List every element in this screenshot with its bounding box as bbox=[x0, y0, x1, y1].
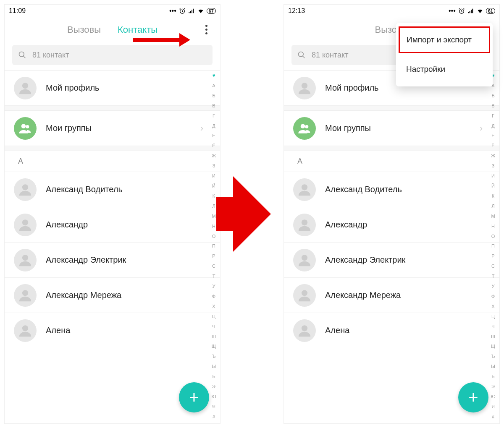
list-item[interactable]: Александ Водитель bbox=[284, 172, 499, 207]
index-letter[interactable]: Щ bbox=[491, 344, 495, 349]
alphabet-index[interactable]: ♥ АБВГДЕЁЖЗИЙКЛМНОПРСТУФХЦЧШЩЪЫЬЭЮЯ# bbox=[210, 73, 218, 419]
index-letter[interactable]: Л bbox=[491, 204, 494, 209]
heart-icon[interactable]: ♥ bbox=[212, 73, 215, 78]
list-item-profile[interactable]: Мой профиль bbox=[5, 70, 220, 106]
index-letter[interactable]: Ш bbox=[212, 334, 216, 339]
index-letter[interactable]: А bbox=[212, 84, 215, 88]
index-letter[interactable]: Х bbox=[491, 304, 494, 309]
index-letter[interactable]: Г bbox=[213, 114, 215, 118]
index-letter[interactable]: Р bbox=[491, 254, 494, 258]
index-letter[interactable]: У bbox=[492, 284, 495, 289]
list-item[interactable]: Александр Мережа bbox=[284, 278, 499, 313]
menu-item-import-export[interactable]: Импорт и экспорт bbox=[399, 26, 490, 53]
index-letter[interactable]: Щ bbox=[212, 344, 216, 349]
index-letter[interactable]: Й bbox=[212, 184, 215, 188]
index-letter[interactable]: И bbox=[491, 174, 495, 178]
search-input[interactable]: 81 контакт bbox=[12, 45, 213, 65]
list-item[interactable]: Александр Электрик bbox=[5, 243, 220, 278]
index-letter[interactable]: О bbox=[212, 234, 216, 239]
index-letter[interactable]: П bbox=[491, 244, 495, 248]
index-letter[interactable]: Ф bbox=[212, 294, 215, 299]
list-item[interactable]: Алена bbox=[284, 313, 499, 348]
alphabet-index[interactable]: ♥ АБВГДЕЁЖЗИЙКЛМНОПРСТУФХЦЧШЩЪЫЬЭЮЯ# bbox=[489, 73, 497, 419]
index-letter[interactable]: О bbox=[491, 234, 495, 239]
index-letter[interactable]: Х bbox=[212, 304, 215, 309]
index-letter[interactable]: Н bbox=[491, 224, 495, 229]
index-letter[interactable]: Ъ bbox=[491, 354, 495, 359]
index-letter[interactable]: В bbox=[491, 104, 494, 108]
index-letter[interactable]: Л bbox=[212, 204, 215, 209]
index-letter[interactable]: Г bbox=[492, 114, 494, 118]
index-letter[interactable]: Ч bbox=[491, 324, 494, 329]
index-letter[interactable]: Б bbox=[212, 94, 215, 98]
index-letter[interactable]: Д bbox=[212, 124, 215, 128]
contacts-list[interactable]: Мой профиль Мои группы › А Александ Води… bbox=[5, 70, 220, 423]
add-contact-fab[interactable]: + bbox=[458, 382, 488, 412]
index-letter[interactable]: Ж bbox=[491, 154, 495, 158]
avatar-icon bbox=[14, 214, 37, 236]
list-item-groups[interactable]: Мои группы › bbox=[5, 111, 220, 146]
index-letter[interactable]: Е bbox=[491, 133, 494, 138]
list-item[interactable]: Алена bbox=[5, 313, 220, 348]
index-letter[interactable]: З bbox=[492, 164, 495, 168]
list-item[interactable]: Александ Водитель bbox=[5, 172, 220, 207]
index-letter[interactable]: Э bbox=[212, 384, 215, 389]
index-letter[interactable]: У bbox=[213, 284, 215, 289]
index-letter[interactable]: В bbox=[212, 104, 215, 108]
more-options-button[interactable] bbox=[205, 25, 207, 34]
index-letter[interactable]: Р bbox=[212, 254, 215, 258]
index-letter[interactable]: Б bbox=[491, 94, 494, 98]
index-letter[interactable]: Я bbox=[491, 405, 495, 409]
tab-calls[interactable]: Вызовы bbox=[67, 24, 101, 35]
index-letter[interactable]: М bbox=[212, 214, 215, 219]
avatar-icon bbox=[14, 249, 37, 271]
index-letter[interactable]: Й bbox=[491, 184, 495, 188]
index-letter[interactable]: Ё bbox=[491, 144, 494, 148]
list-item[interactable]: Александр bbox=[284, 207, 499, 243]
index-letter[interactable]: С bbox=[212, 264, 215, 269]
index-letter[interactable]: Т bbox=[492, 274, 495, 279]
index-letter[interactable]: Н bbox=[212, 224, 215, 229]
index-letter[interactable]: Я bbox=[212, 405, 215, 409]
list-gap bbox=[5, 106, 220, 111]
index-letter[interactable]: Ц bbox=[212, 314, 215, 319]
index-letter[interactable]: К bbox=[213, 194, 215, 198]
contacts-list[interactable]: Мой профиль Мои группы › А Александ Води… bbox=[284, 70, 499, 423]
index-letter[interactable]: Ж bbox=[212, 154, 216, 158]
index-letter[interactable]: Ю bbox=[211, 394, 216, 399]
index-letter[interactable]: # bbox=[492, 415, 494, 419]
index-letter[interactable]: К bbox=[492, 194, 494, 198]
index-letter[interactable]: Ь bbox=[491, 374, 494, 379]
index-letter[interactable]: Ё bbox=[212, 144, 215, 148]
options-menu: Импорт и экспорт Настройки bbox=[396, 23, 493, 86]
index-letter[interactable]: Ш bbox=[491, 334, 495, 339]
index-letter[interactable]: М bbox=[491, 214, 495, 219]
index-letter[interactable]: Ы bbox=[491, 364, 495, 369]
index-letter[interactable]: Ь bbox=[212, 374, 215, 379]
index-letter[interactable]: С bbox=[491, 264, 495, 269]
list-item[interactable]: Александр Электрик bbox=[284, 243, 499, 278]
alarm-icon bbox=[179, 8, 186, 14]
index-letter[interactable]: # bbox=[213, 415, 215, 419]
phone-right: 12:13 ••• 61 Вызовы Импорт и экспорт Нас… bbox=[284, 4, 500, 424]
index-letter[interactable]: Ъ bbox=[212, 354, 216, 359]
index-letter[interactable]: Ц bbox=[491, 314, 495, 319]
index-letter[interactable]: Э bbox=[491, 384, 495, 389]
list-item[interactable]: Александр Мережа bbox=[5, 278, 220, 313]
index-letter[interactable]: И bbox=[212, 174, 215, 178]
index-letter[interactable]: Д bbox=[491, 124, 494, 128]
index-letter[interactable]: Ф bbox=[491, 294, 495, 299]
list-item[interactable]: Александр bbox=[5, 207, 220, 243]
svg-point-13 bbox=[301, 124, 305, 128]
add-contact-fab[interactable]: + bbox=[179, 382, 209, 412]
index-letter[interactable]: Е bbox=[212, 133, 215, 138]
index-letter[interactable]: Ю bbox=[491, 394, 495, 399]
index-letter[interactable]: Т bbox=[213, 274, 215, 279]
contact-name: Алена bbox=[325, 326, 349, 335]
index-letter[interactable]: Ы bbox=[212, 364, 216, 369]
index-letter[interactable]: П bbox=[212, 244, 215, 248]
menu-item-settings[interactable]: Настройки bbox=[396, 56, 493, 82]
list-item-groups[interactable]: Мои группы › bbox=[284, 111, 499, 146]
index-letter[interactable]: Ч bbox=[212, 324, 215, 329]
index-letter[interactable]: З bbox=[213, 164, 215, 168]
